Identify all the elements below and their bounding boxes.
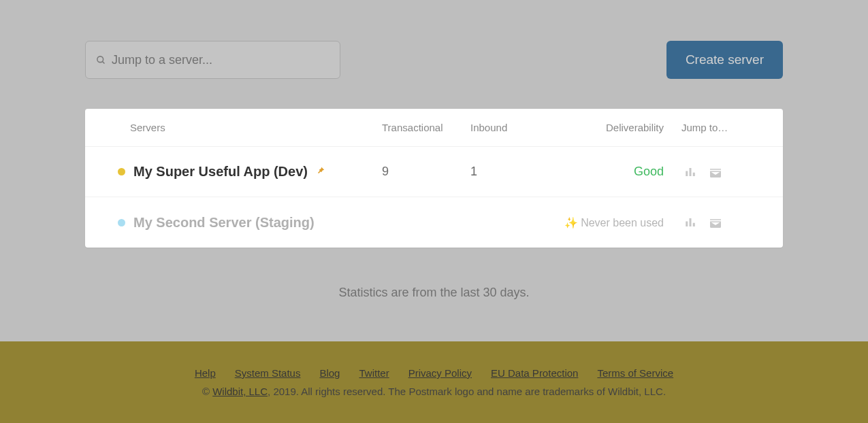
- sparkle-icon: ✨: [564, 217, 578, 229]
- footer-link-tos[interactable]: Terms of Service: [597, 367, 673, 379]
- footer-wildbit-link[interactable]: Wildbit, LLC: [212, 386, 268, 397]
- col-transactional: Transactional: [378, 122, 466, 133]
- col-servers: Servers: [126, 122, 378, 133]
- svg-point-0: [97, 56, 103, 62]
- stats-icon[interactable]: [684, 166, 696, 178]
- servers-panel: Servers Transactional Inbound Deliverabi…: [85, 109, 783, 248]
- inbound-value: 1: [466, 165, 548, 179]
- svg-rect-2: [686, 171, 688, 176]
- footer-link-status[interactable]: System Status: [235, 367, 301, 379]
- search-input[interactable]: [112, 53, 330, 67]
- col-jump: Jump to…: [677, 122, 759, 133]
- svg-rect-7: [693, 223, 695, 226]
- transactional-value: 9: [378, 165, 466, 179]
- svg-line-1: [102, 61, 104, 63]
- footer-link-help[interactable]: Help: [195, 367, 216, 379]
- svg-rect-3: [690, 168, 692, 176]
- col-inbound: Inbound: [466, 122, 548, 133]
- footer-link-twitter[interactable]: Twitter: [359, 367, 389, 379]
- stats-note: Statistics are from the last 30 days.: [0, 286, 868, 300]
- pin-icon: [316, 166, 325, 178]
- deliverability-value: ✨Never been used: [564, 217, 664, 229]
- search-box[interactable]: [85, 41, 340, 79]
- server-name[interactable]: My Second Server (Staging): [133, 215, 315, 231]
- mail-icon[interactable]: [709, 167, 722, 177]
- stats-icon[interactable]: [684, 216, 696, 229]
- footer-link-eu[interactable]: EU Data Protection: [491, 367, 578, 379]
- table-row[interactable]: My Super Useful App (Dev) 9 1 Good: [85, 147, 783, 197]
- create-server-button[interactable]: Create server: [666, 41, 783, 79]
- footer-links: Help System Status Blog Twitter Privacy …: [195, 367, 673, 379]
- search-icon: [95, 54, 106, 65]
- server-color-dot: [118, 219, 125, 226]
- table-header-row: Servers Transactional Inbound Deliverabi…: [85, 109, 783, 147]
- server-name[interactable]: My Super Useful App (Dev): [133, 164, 308, 180]
- mail-icon[interactable]: [709, 217, 722, 228]
- svg-rect-6: [690, 218, 692, 226]
- table-row[interactable]: My Second Server (Staging) ✨Never been u…: [85, 197, 783, 248]
- server-color-dot: [118, 168, 125, 175]
- footer-copyright: © Wildbit, LLC, 2019. All rights reserve…: [202, 386, 666, 397]
- svg-rect-4: [693, 172, 695, 175]
- footer-link-privacy[interactable]: Privacy Policy: [408, 367, 472, 379]
- footer-link-blog[interactable]: Blog: [319, 367, 340, 379]
- deliverability-value: Good: [634, 165, 664, 178]
- svg-rect-5: [686, 222, 688, 227]
- col-deliverability: Deliverability: [548, 122, 677, 133]
- footer: Help System Status Blog Twitter Privacy …: [0, 341, 868, 423]
